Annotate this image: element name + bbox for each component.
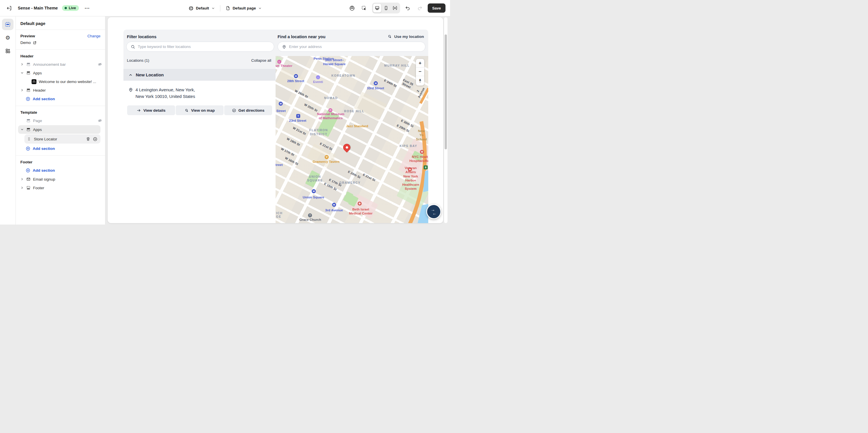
sidebar-item-apps-header[interactable]: Apps bbox=[16, 69, 105, 77]
cursor-click-icon bbox=[185, 108, 189, 113]
zoom-out-button[interactable]: − bbox=[416, 67, 424, 76]
locale-selector[interactable]: Default bbox=[189, 6, 215, 11]
arrow-right-icon bbox=[136, 108, 141, 113]
preview-target-link[interactable]: Demo bbox=[16, 38, 105, 50]
chevron-right-icon bbox=[20, 178, 24, 181]
page-selector[interactable]: Default page bbox=[225, 6, 261, 11]
globe-icon bbox=[189, 6, 194, 11]
sidebar-item-announcement-bar[interactable]: Announcement bar bbox=[16, 60, 105, 69]
more-actions-button[interactable]: ⋯ bbox=[83, 5, 91, 11]
section-icon bbox=[26, 88, 31, 92]
chevron-down-icon bbox=[20, 128, 24, 131]
eye-visible-icon[interactable] bbox=[93, 137, 98, 142]
compass-icon bbox=[232, 108, 236, 113]
section-icon bbox=[26, 62, 31, 67]
rail-sections-tab[interactable] bbox=[2, 19, 13, 30]
collapse-all-button[interactable]: Collapse all bbox=[251, 58, 271, 63]
plus-circle-icon bbox=[26, 146, 30, 151]
section-icon bbox=[26, 127, 31, 132]
group-header-title: Header bbox=[16, 50, 105, 60]
search-icon bbox=[131, 44, 135, 49]
viewport-fullwidth-button[interactable] bbox=[391, 3, 399, 12]
locations-column: Locations (1) Collapse all New Location … bbox=[123, 56, 276, 223]
chevron-down-icon bbox=[258, 7, 261, 10]
map-pin-icon bbox=[128, 87, 133, 92]
add-section-header-button[interactable]: Add section bbox=[16, 94, 105, 103]
scrollbar-thumb[interactable] bbox=[445, 34, 447, 149]
trash-icon[interactable] bbox=[86, 137, 90, 141]
section-icon bbox=[26, 71, 31, 75]
sidebar-item-store-locator[interactable]: Store Locator bbox=[24, 134, 100, 144]
sidebar-item-footer[interactable]: Footer bbox=[16, 184, 105, 192]
zoom-in-button[interactable]: + bbox=[416, 59, 424, 67]
view-on-map-button[interactable]: View on map bbox=[176, 105, 224, 115]
plus-circle-icon bbox=[26, 168, 30, 173]
sidebar-item-email-signup[interactable]: Email signup bbox=[16, 175, 105, 184]
chevron-right-icon bbox=[20, 63, 24, 66]
save-button[interactable]: Save bbox=[428, 3, 445, 12]
viewport-switcher bbox=[372, 3, 400, 13]
compass-south-icon: ▼ bbox=[418, 81, 422, 83]
envelope-icon bbox=[26, 177, 31, 182]
eye-off-icon[interactable] bbox=[98, 118, 102, 123]
live-badge: Live bbox=[62, 5, 79, 11]
mobile-icon bbox=[383, 5, 389, 11]
undo-button[interactable] bbox=[404, 4, 412, 12]
preview-pane: Filter locations Find a location near yo… bbox=[105, 17, 450, 224]
address-input[interactable] bbox=[289, 44, 421, 49]
get-directions-button[interactable]: Get directions bbox=[224, 105, 272, 115]
location-accordion-header[interactable]: New Location bbox=[123, 69, 276, 81]
group-template-title: Template bbox=[16, 106, 105, 116]
locations-count: Locations (1) bbox=[127, 58, 149, 63]
chevron-down-icon bbox=[211, 7, 215, 10]
map-pin-icon bbox=[282, 44, 286, 49]
inspector-button[interactable] bbox=[360, 4, 369, 12]
drag-handle-icon[interactable] bbox=[27, 137, 31, 141]
viewport-desktop-button[interactable] bbox=[373, 3, 381, 12]
preview-heading: Preview bbox=[20, 34, 35, 38]
exit-editor-button[interactable] bbox=[5, 4, 13, 12]
topbar: Sense - Main Theme Live ⋯ Default Defaul… bbox=[0, 0, 450, 17]
redo-icon bbox=[417, 5, 423, 11]
add-section-footer-button[interactable]: Add section bbox=[16, 166, 105, 175]
theme-title: Sense - Main Theme bbox=[18, 6, 58, 10]
sidebar-item-apps-template[interactable]: Apps bbox=[18, 125, 100, 134]
sidebar: Default page Preview Change Demo Header … bbox=[16, 17, 105, 224]
desktop-icon bbox=[375, 5, 380, 11]
switch-preview-fab[interactable]: → ← bbox=[426, 204, 441, 219]
inspect-cursor-icon bbox=[361, 5, 367, 11]
exit-icon bbox=[6, 5, 12, 11]
use-my-location-button[interactable]: Use my location bbox=[388, 34, 424, 39]
view-details-button[interactable]: View details bbox=[127, 105, 175, 115]
page-icon bbox=[225, 6, 230, 11]
preview-scrollbar[interactable] bbox=[444, 17, 447, 223]
compass-reset-button[interactable]: ▲ ▼ bbox=[416, 76, 424, 86]
gear-icon: ⚙ bbox=[5, 35, 10, 40]
add-section-template-button[interactable]: Add section bbox=[16, 144, 105, 153]
left-rail: ⚙ bbox=[0, 17, 16, 224]
change-preview-link[interactable]: Change bbox=[87, 34, 100, 38]
address-input-wrap bbox=[278, 42, 425, 52]
sidebar-item-header[interactable]: Header bbox=[16, 86, 105, 94]
viewport-mobile-button[interactable] bbox=[382, 3, 391, 12]
redo-button[interactable] bbox=[415, 4, 424, 12]
filter-locations-input[interactable] bbox=[138, 44, 270, 49]
sections-icon bbox=[5, 21, 11, 28]
preview-incognito-button[interactable] bbox=[348, 4, 356, 12]
rail-apps-tab[interactable] bbox=[2, 45, 13, 57]
chevron-right-icon bbox=[20, 186, 24, 189]
sidebar-item-app-block[interactable]: Welcome to our demo website! ... bbox=[16, 77, 105, 86]
external-link-icon bbox=[33, 41, 37, 45]
chevron-up-icon bbox=[129, 73, 133, 77]
sidebar-item-page[interactable]: Page bbox=[16, 116, 105, 125]
undo-icon bbox=[405, 5, 410, 11]
rail-settings-tab[interactable]: ⚙ bbox=[2, 32, 13, 43]
live-dot-icon bbox=[65, 7, 67, 9]
storefront-preview-card: Filter locations Find a location near yo… bbox=[107, 17, 443, 223]
eye-off-icon[interactable] bbox=[98, 62, 102, 67]
map-canvas[interactable]: ☺M⌂MMΠTΨMM✚†✚✚8Penn Stationgnet Theater3… bbox=[276, 56, 428, 223]
apps-icon bbox=[5, 48, 11, 54]
location-address: 4 Lexington Avenue, New York, New York 1… bbox=[135, 86, 195, 100]
chevron-down-icon bbox=[20, 71, 24, 75]
filter-locations-label: Filter locations bbox=[127, 34, 156, 39]
